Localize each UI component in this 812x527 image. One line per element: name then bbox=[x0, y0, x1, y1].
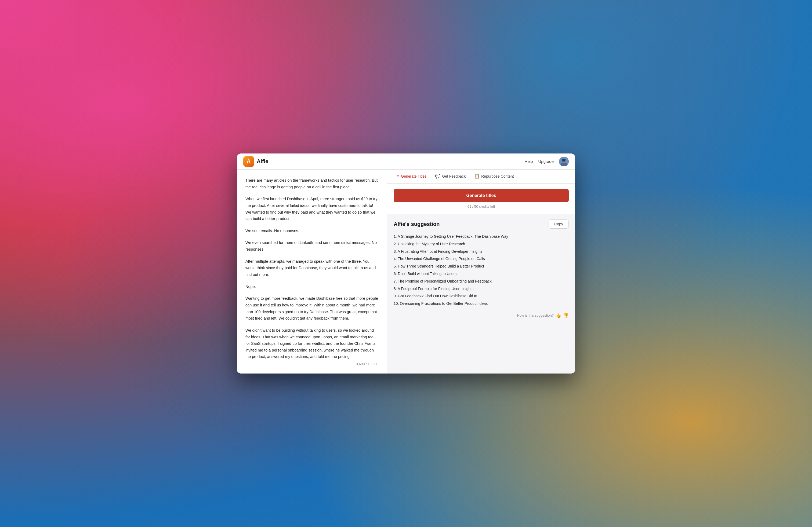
suggestion-item-10: 10. Overcoming Frustrations to Get Bette… bbox=[394, 300, 569, 307]
tab-repurpose-content[interactable]: 📋 Repurpose Content bbox=[470, 169, 518, 183]
avatar[interactable] bbox=[559, 157, 569, 166]
svg-rect-3 bbox=[562, 159, 566, 162]
article-para-7: Wanting to get more feedback, we made Da… bbox=[245, 295, 378, 322]
suggestion-item-2: 2. Unlocking the Mystery of User Researc… bbox=[394, 240, 569, 248]
suggestion-item-8: 8. A Foolproof Formula for Finding User … bbox=[394, 285, 569, 293]
tab-get-feedback-label: Get Feedback bbox=[442, 174, 466, 178]
suggestion-header: Alfie's suggestion Copy bbox=[394, 220, 569, 229]
tab-repurpose-content-label: Repurpose Content bbox=[481, 174, 514, 178]
suggestion-item-9: 9. Got Feedback? Find Out How Dashibase … bbox=[394, 292, 569, 300]
article-para-6: Nope. bbox=[245, 283, 378, 290]
tab-get-feedback[interactable]: 💬 Get Feedback bbox=[431, 169, 470, 183]
app-name: Alfie bbox=[257, 158, 268, 165]
copy-button[interactable]: Copy bbox=[549, 220, 569, 229]
suggestion-item-3: 3. A Frustrating Attempt at Finding Deve… bbox=[394, 248, 569, 255]
main-content: There are many articles on the framework… bbox=[237, 169, 575, 374]
app-window: A Alfie Help Upgrade bbox=[237, 153, 575, 374]
suggestion-item-6: 6. Don't Build without Talking to Users bbox=[394, 270, 569, 278]
generate-titles-icon: ≡ bbox=[397, 174, 399, 179]
repurpose-content-icon: 📋 bbox=[474, 174, 480, 179]
article-para-2: When we first launched Dashibase in Apri… bbox=[245, 196, 378, 222]
app-icon: A bbox=[243, 156, 254, 167]
action-area: Generate titles 61 / 50 credits left bbox=[387, 183, 575, 214]
feedback-prompt: How is this suggestion? bbox=[517, 313, 554, 317]
article-para-1: There are many articles on the framework… bbox=[245, 177, 378, 190]
title-bar-actions: Help Upgrade bbox=[525, 157, 569, 166]
tab-generate-titles[interactable]: ≡ Generate Titles bbox=[393, 169, 431, 183]
suggestion-item-4: 4. The Unwanted Challenge of Getting Peo… bbox=[394, 255, 569, 263]
article-pane[interactable]: There are many articles on the framework… bbox=[237, 169, 387, 374]
generate-titles-button[interactable]: Generate titles bbox=[394, 189, 569, 202]
title-bar: A Alfie Help Upgrade bbox=[237, 153, 575, 169]
suggestions-area[interactable]: Alfie's suggestion Copy 1. A Strange Jou… bbox=[387, 214, 575, 374]
app-logo: A Alfie bbox=[243, 156, 268, 167]
credits-text: 61 / 50 credits left bbox=[394, 205, 569, 209]
feedback-row: How is this suggestion? 👍 👎 bbox=[394, 313, 569, 318]
article-para-5: After multiple attempts, we managed to s… bbox=[245, 258, 378, 278]
suggestion-list: 1. A Strange Journey to Getting User Fee… bbox=[394, 233, 569, 307]
suggestion-title: Alfie's suggestion bbox=[394, 221, 439, 227]
word-count: 3,608 / 13,000 bbox=[245, 360, 378, 366]
help-link[interactable]: Help bbox=[525, 159, 533, 164]
article-para-3: We sent emails. No responses. bbox=[245, 228, 378, 234]
article-para-8: We didn't want to be building without ta… bbox=[245, 327, 378, 360]
ai-pane: ≡ Generate Titles 💬 Get Feedback 📋 Repur… bbox=[387, 169, 575, 374]
upgrade-link[interactable]: Upgrade bbox=[538, 159, 554, 164]
suggestion-item-7: 7. The Promise of Personalized Onboardin… bbox=[394, 278, 569, 285]
avatar-image bbox=[559, 157, 569, 166]
thumbs-up-button[interactable]: 👍 bbox=[556, 313, 561, 318]
suggestion-item-1: 1. A Strange Journey to Getting User Fee… bbox=[394, 233, 569, 240]
article-text: There are many articles on the framework… bbox=[245, 177, 378, 360]
article-para-4: We even searched for them on LinkedIn an… bbox=[245, 239, 378, 253]
thumbs-down-button[interactable]: 👎 bbox=[563, 313, 569, 318]
tab-generate-titles-label: Generate Titles bbox=[401, 174, 426, 178]
tab-bar: ≡ Generate Titles 💬 Get Feedback 📋 Repur… bbox=[387, 169, 575, 183]
get-feedback-icon: 💬 bbox=[435, 174, 440, 179]
suggestion-item-5: 5. How Three Strangers Helped Build a Be… bbox=[394, 263, 569, 270]
